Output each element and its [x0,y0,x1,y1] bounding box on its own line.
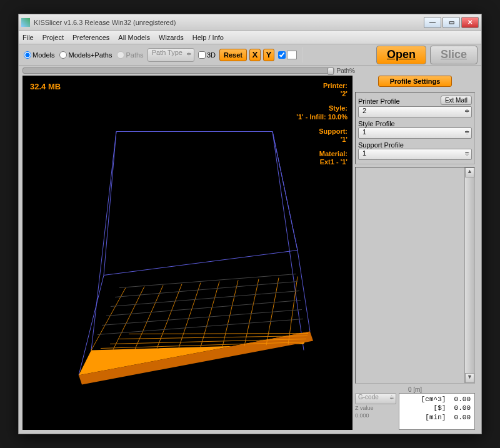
info-style-value: '1' - Infill: 10.0% [296,113,348,121]
svg-line-10 [91,288,126,351]
models-paths-radio[interactable]: Models+Paths [58,51,113,59]
open-button[interactable]: Open [376,46,426,64]
svg-line-1 [272,132,298,251]
info-support-value: '1' [296,136,348,144]
paths-radio: Paths [116,51,144,59]
svg-line-22 [111,291,299,307]
z-value: 0.000 [355,413,396,419]
3d-viewport[interactable]: 32.4 MB Printer: '2' Style: '1' - Infill… [22,76,352,430]
path-slider[interactable] [22,67,334,74]
scale-label: 0 [m] [355,386,475,393]
style-profile-label: Style Profile [358,120,472,127]
menubar: File Project Preferences All Models Wiza… [19,31,481,44]
support-profile-select[interactable]: 1 [358,149,472,160]
profiles-box: Printer Profile Ext Matl 2 Style Profile… [355,92,475,164]
paths-label: Paths [126,51,143,59]
models-paths-label: Models+Paths [68,51,112,59]
svg-line-17 [244,279,259,346]
profile-settings-button[interactable]: Profile Settings [378,76,452,87]
viewport-column: 32.4 MB Printer: '2' Style: '1' - Infill… [22,76,352,430]
svg-line-16 [222,281,238,347]
profile-header: Profile Settings [355,76,475,89]
side-panel: Profile Settings Printer Profile Ext Mat… [355,76,475,430]
menu-wizards[interactable]: Wizards [159,34,184,41]
menu-all-models[interactable]: All Models [118,34,150,41]
svg-line-25 [98,319,303,335]
3d-label: 3D [207,51,216,59]
svg-line-13 [157,284,182,349]
info-material-value: Ext1 - '1' [296,158,348,166]
progress-row: Path% [19,66,481,76]
svg-line-2 [91,132,116,351]
menu-project[interactable]: Project [42,34,64,41]
reset-button[interactable]: Reset [219,49,247,61]
window-controls: — ▭ ✕ [424,17,479,28]
menu-help[interactable]: Help / Info [192,34,224,41]
settings-panel: ▲ ▼ [355,167,475,384]
info-printer-label: Printer: [296,82,348,90]
memory-usage: 32.4 MB [30,82,61,91]
info-style-label: Style: [296,104,348,112]
slice-button[interactable]: Slice [430,46,478,64]
viewport-info: Printer: '2' Style: '1' - Infill: 10.0% … [296,82,348,173]
printer-profile-label: Printer Profile [358,97,400,105]
ext-matl-button[interactable]: Ext Matl [441,96,472,105]
aux-checkbox[interactable] [277,51,298,59]
scrollbar[interactable]: ▲ ▼ [464,167,474,383]
y-button[interactable]: Y [263,49,274,61]
scroll-up-icon[interactable]: ▲ [465,167,474,177]
app-icon [21,18,30,27]
3d-checkbox[interactable]: 3D [197,51,217,59]
titlebar: KISSlicer v1.6.3 Release Win32 (unregist… [19,14,481,31]
swatch-icon [287,51,297,59]
models-radio[interactable]: Models [22,51,56,59]
models-label: Models [32,51,54,59]
info-material-label: Material: [296,150,348,158]
slider-thumb[interactable] [328,67,334,75]
svg-line-23 [106,301,301,316]
close-button[interactable]: ✕ [461,17,479,28]
path-type-select: Path Type [148,48,194,62]
style-profile-select[interactable]: 1 [358,127,472,139]
svg-line-9 [129,334,308,334]
maximize-button[interactable]: ▭ [442,17,460,28]
body: 32.4 MB Printer: '2' Style: '1' - Infill… [19,76,481,434]
scroll-down-icon[interactable]: ▼ [465,373,474,383]
gcode-select[interactable]: G-code [355,393,396,404]
svg-line-0 [104,132,116,276]
support-profile-label: Support Profile [358,141,472,149]
info-printer-value: '2' [296,90,348,98]
svg-line-20 [119,274,296,288]
stats-readout: [cm^3] 0.00 [$] 0.00 [min] 0.00 [399,393,475,430]
x-button[interactable]: X [249,49,261,61]
window-title: KISSlicer v1.6.3 Release Win32 (unregist… [34,19,424,26]
toolbar-divider [302,47,303,62]
menu-file[interactable]: File [22,34,34,41]
minimize-button[interactable]: — [424,17,441,28]
bottom-info: 0 [m] G-code Z value 0.000 [cm^3] 0.00 [… [355,386,475,430]
svg-line-21 [115,282,298,297]
menu-preferences[interactable]: Preferences [72,34,109,41]
toolbar: Models Models+Paths Paths Path Type 3D R… [19,44,481,66]
app-window: KISSlicer v1.6.3 Release Win32 (unregist… [18,14,482,434]
path-percent-label: Path% [337,67,355,74]
info-support-label: Support: [296,127,348,136]
z-label: Z value [355,406,396,412]
printer-profile-select[interactable]: 2 [358,106,472,117]
